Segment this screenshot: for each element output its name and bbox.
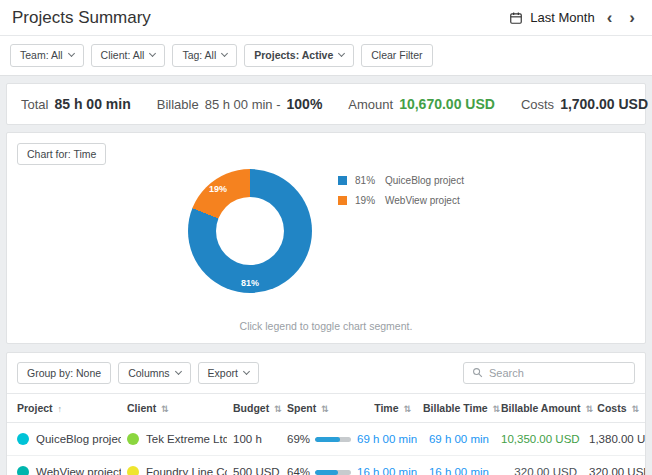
client-name: Tek Extreme Ltd. bbox=[146, 433, 227, 445]
clear-filter-label: Clear Filter bbox=[371, 50, 422, 61]
legend-swatch-blue bbox=[338, 176, 347, 185]
slice-label-webview: 19% bbox=[209, 184, 227, 194]
project-name[interactable]: QuiceBlog project bbox=[36, 433, 121, 445]
next-period-button[interactable]: › bbox=[624, 9, 640, 26]
legend-percent: 19% bbox=[355, 195, 377, 206]
time-cell[interactable]: 16 h 00 min bbox=[351, 456, 417, 475]
projects-filter-dropdown[interactable]: Projects: Active bbox=[244, 44, 354, 67]
billable-time-cell[interactable]: 16 h 00 min bbox=[417, 456, 495, 475]
header-label: Billable Time bbox=[423, 402, 488, 414]
time-cell[interactable]: 69 h 00 min bbox=[351, 423, 417, 456]
chart-for-button[interactable]: Chart for: Time bbox=[17, 143, 106, 166]
sort-icon: ↑ bbox=[58, 404, 63, 414]
group-by-label: Group by: None bbox=[27, 368, 101, 379]
header-label: Budget bbox=[233, 402, 269, 414]
team-filter-dropdown[interactable]: Team: All bbox=[10, 44, 84, 67]
export-label: Export bbox=[208, 368, 238, 379]
chart-caption: Click legend to toggle chart segment. bbox=[7, 320, 645, 332]
chevron-down-icon bbox=[175, 368, 182, 375]
client-cell: Foundry Line Corp. bbox=[121, 456, 227, 475]
calendar-icon bbox=[509, 11, 523, 25]
page-title: Projects Summary bbox=[12, 8, 151, 28]
table-header-row: Project ↑ Client ⇅ Budget ⇅ Spent ⇅ Time… bbox=[7, 394, 645, 423]
spent-progress-bar bbox=[315, 437, 351, 442]
header-label: Billable Amount bbox=[501, 402, 581, 414]
client-filter-label: Client: All bbox=[101, 50, 145, 61]
billable-time-cell[interactable]: 69 h 00 min bbox=[417, 423, 495, 456]
billable-amount-value: 10,350.00 USD bbox=[501, 433, 580, 445]
time-link[interactable]: 16 h 00 min bbox=[357, 466, 417, 475]
search-input[interactable] bbox=[489, 367, 626, 379]
billable-summary: Billable 85 h 00 min - 100% bbox=[157, 96, 323, 112]
header-label: Spent bbox=[287, 402, 316, 414]
legend-item-webview[interactable]: 19% WebView project bbox=[338, 195, 464, 206]
amount-summary: Amount 10,670.00 USD bbox=[348, 96, 495, 112]
sort-icon: ⇅ bbox=[274, 404, 282, 414]
chevron-down-icon bbox=[338, 50, 345, 57]
project-cell[interactable]: QuiceBlog project bbox=[7, 423, 121, 456]
tag-filter-label: Tag: All bbox=[182, 50, 216, 61]
columns-dropdown[interactable]: Columns bbox=[118, 362, 190, 385]
total-label: Total bbox=[21, 97, 48, 112]
sort-header-billable-amount[interactable]: Billable Amount ⇅ bbox=[495, 394, 583, 423]
budget-cell: 500 USD bbox=[227, 456, 281, 475]
amount-label: Amount bbox=[348, 97, 393, 112]
spent-progress-fill bbox=[315, 470, 338, 475]
sort-icon: ⇅ bbox=[161, 404, 169, 414]
sort-icon: ⇅ bbox=[403, 404, 411, 414]
projects-filter-label: Projects: Active bbox=[254, 50, 333, 61]
sort-header-budget[interactable]: Budget ⇅ bbox=[227, 394, 281, 423]
donut-chart[interactable]: 19% 81% bbox=[188, 169, 312, 293]
client-name: Foundry Line Corp. bbox=[146, 466, 227, 475]
sort-icon: ⇅ bbox=[585, 404, 593, 414]
team-filter-label: Team: All bbox=[20, 50, 63, 61]
costs-cell: 1,380.00 USD bbox=[583, 423, 645, 456]
columns-label: Columns bbox=[128, 368, 169, 379]
budget-cell: 100 h bbox=[227, 423, 281, 456]
legend-percent: 81% bbox=[355, 175, 377, 186]
billable-percent: 100% bbox=[287, 96, 323, 112]
client-filter-dropdown[interactable]: Client: All bbox=[91, 44, 166, 67]
legend-swatch-orange bbox=[338, 196, 347, 205]
chevron-down-icon bbox=[243, 368, 250, 375]
sort-icon: ⇅ bbox=[631, 404, 639, 414]
prev-period-button[interactable]: ‹ bbox=[602, 9, 618, 26]
chevron-down-icon bbox=[149, 50, 156, 57]
search-box[interactable] bbox=[463, 362, 635, 384]
billable-time-link[interactable]: 16 h 00 min bbox=[429, 466, 489, 475]
sort-header-client[interactable]: Client ⇅ bbox=[121, 394, 227, 423]
export-dropdown[interactable]: Export bbox=[198, 362, 259, 385]
legend-item-quiceblog[interactable]: 81% QuiceBlog project bbox=[338, 175, 464, 186]
sort-icon: ⇅ bbox=[493, 404, 501, 414]
project-name[interactable]: WebView project bbox=[36, 466, 121, 475]
project-color-dot bbox=[17, 466, 29, 475]
client-color-dot bbox=[127, 466, 139, 475]
clear-filter-button[interactable]: Clear Filter bbox=[361, 44, 432, 67]
chevron-down-icon bbox=[68, 50, 75, 57]
billable-amount-cell: 10,350.00 USD bbox=[495, 423, 583, 456]
date-range-label[interactable]: Last Month bbox=[530, 10, 594, 25]
sort-header-billable-time[interactable]: Billable Time ⇅ bbox=[417, 394, 495, 423]
sort-header-spent[interactable]: Spent ⇅ bbox=[281, 394, 351, 423]
time-link[interactable]: 69 h 00 min bbox=[357, 433, 417, 445]
client-color-dot bbox=[127, 433, 139, 445]
table-card: Group by: None Columns Export bbox=[6, 352, 646, 475]
sort-header-time[interactable]: Time ⇅ bbox=[351, 394, 417, 423]
costs-summary: Costs 1,700.00 USD bbox=[521, 96, 648, 112]
project-color-dot bbox=[17, 433, 29, 445]
sort-header-project[interactable]: Project ↑ bbox=[7, 394, 121, 423]
filter-bar: Team: All Client: All Tag: All Projects:… bbox=[0, 36, 652, 76]
spent-cell: 64% bbox=[281, 456, 351, 475]
billable-time-link[interactable]: 69 h 00 min bbox=[429, 433, 489, 445]
date-range-picker[interactable]: Last Month ‹ › bbox=[509, 9, 640, 26]
chart-legend: 81% QuiceBlog project 19% WebView projec… bbox=[338, 175, 464, 215]
project-cell[interactable]: WebView project bbox=[7, 456, 121, 475]
tag-filter-dropdown[interactable]: Tag: All bbox=[172, 44, 237, 67]
header-label: Project bbox=[17, 402, 53, 414]
group-by-button[interactable]: Group by: None bbox=[17, 362, 111, 385]
table-row: WebView project Foundry Line Corp. 500 U… bbox=[7, 456, 645, 475]
spent-percent: 64% bbox=[287, 466, 310, 475]
spent-cell: 69% bbox=[281, 423, 351, 456]
spent-percent: 69% bbox=[287, 433, 310, 445]
spent-progress-fill bbox=[315, 437, 340, 442]
